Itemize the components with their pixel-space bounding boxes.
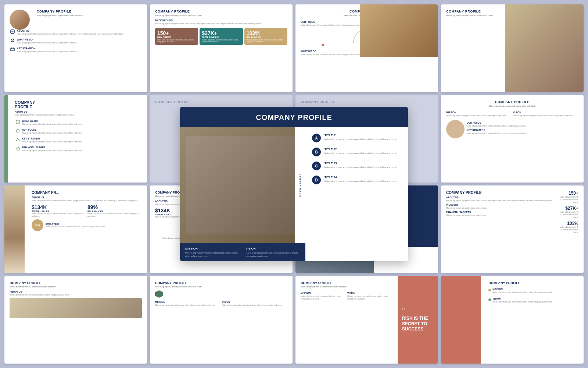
financial-r3c4: FINANCIAL TARGETS [446,211,556,213]
r4c3-left: COMPANY PROFILE Make a big impact with o… [295,276,398,364]
circle-imgs: OUR FOCUS Make a big impact with profess… [446,120,578,138]
about-text-r3c1: Make a big impact with professional slid… [32,199,142,202]
cv-item-c: C TITLE 03 Make a big impact with profes… [312,162,401,170]
svg-rect-0 [11,30,14,33]
dot-red [322,44,324,46]
r3c1-content: COMPANY PR... ABOUT US Make a big impact… [26,185,147,236]
cv-title-b: TITLE 02 [325,148,397,151]
svg-point-5 [12,41,12,41]
about-text-r2c1: Make a big impact with professional slid… [15,114,142,116]
about-text-r3c4: Make a big impact with professional slid… [446,199,556,202]
stat2-r3c1: 89% ROI ANALYSIS Make a big impact with … [87,204,142,217]
slide-title-r2c2: COMPANY PROFILE [155,100,287,104]
stat-card-2: $27K+ TOTAL REVENUE Make a big impact wi… [200,28,243,45]
stat2-desc: Make a big impact with professional slid… [87,212,142,217]
emp-circle: 150+ [32,219,43,231]
featured-title: COMPANY PROFILE [187,113,401,122]
photo-bg [10,10,30,30]
slide-title-r1c2: COMPANY PROFILE [155,10,287,13]
cv-item-a: A TITLE 01 Make a big impact with profes… [312,134,401,142]
arch-dots [301,44,433,46]
focus-r2c1: OUR FOCUS Make a big impact with profess… [15,127,142,134]
focus-desc-r2c1: Make a big impact with professional slid… [22,132,82,134]
vision-text-r4c3: Make a big impact with professional slid… [347,295,392,300]
mission-label: MISSION [185,247,240,250]
strategy-text-r2c1: KEY STRATEGY Make a big impact with prof… [22,136,82,143]
strategy-text: Make a big impact with professional slid… [17,50,77,53]
vision-r4c3: VISION Make a big impact with profession… [347,290,392,300]
mission-r4c3: MISSION Make a big impact with professio… [301,290,346,300]
featured-right: A TITLE 01 Make a big impact with profes… [305,127,408,261]
profile-photo-r1c1 [10,10,30,30]
mission-label-r4c2: MISSION [155,301,220,303]
strategy-icon-r2c1 [15,137,21,142]
quote-mark: " [402,308,434,315]
mission-mv: MISSION Make a big impact with our profe… [185,247,240,258]
r2c1-content: COMPANYPROFILE ABOUT US Make a big impac… [15,100,142,152]
mission-vision-bar: MISSION Make a big impact with our profe… [180,243,305,261]
what-icon-r2c1 [15,119,21,125]
mission-text: Make a big impact with our professional … [185,251,240,258]
what-text-block: WHAT WE DO Make a big impact with profes… [17,37,77,44]
slide-title-r1c4: COMPANY PROFILE [446,10,578,13]
r3c4-layout: COMPANY PROFILE ABOUT US Make a big impa… [446,191,578,234]
cv-item-b: B TITLE 02 Make a big impact with profes… [312,148,401,156]
what-text: Make a big impact with professional slid… [17,42,77,44]
slide-title-r2c4: COMPANY PROFILE [446,100,578,104]
vision-label: VISION [246,247,301,250]
r4c4-dot1 [488,289,491,291]
financial-desc-r2c1: Make a big impact with professional slid… [22,149,82,152]
partnership-block: PARTNERSHIP Make a big impact with profe… [368,49,433,56]
r3c4-stat3: 103% [558,221,578,226]
r4c1-subtitle: Make a big impact with our professional … [10,286,142,288]
focus-text-r2c4: Make a big impact with professional slid… [467,125,578,127]
team-photo-sim [180,127,305,243]
r4c4-mission-label: MISSION [492,288,552,290]
focus-label-r2c4: OUR FOCUS [467,121,578,124]
mission-text-r4c3: Make a big impact with professional slid… [301,295,346,300]
r4c4-title: COMPANY PROFILE [488,281,578,285]
cv-circle-a: A [312,134,321,142]
vision-mv: VISION Make a big impact with our profes… [246,247,301,258]
stat-card-1: 150+ NEW CLIENTS Make a big impact with … [155,28,198,45]
cv-title-d: TITLE 04 [325,176,397,179]
emp-num: 150+ [35,224,40,227]
r4c3-quote-block: " RISK IS THE SECRET TO SUCCESS [398,276,438,364]
cv-text-b: TITLE 02 Make a big impact with professi… [325,148,397,155]
about-r2c1: ABOUT US [15,110,142,113]
photo-inner [186,136,299,234]
financial-text-r3c4: Make a big impact with professional slid… [446,214,556,217]
hex-green [155,290,163,298]
slide-subtitle-r1c4: Make a big impact with our professional … [446,14,578,17]
hex-row [155,290,287,298]
stat-num-3: 103% [247,30,285,36]
vision-block-r2c4: VISION Make a big impact with profession… [513,110,578,117]
slide-subtitle-r2c4: Make a big impact with our professional … [446,105,578,107]
r4c4-vision-label: VISION [492,297,552,300]
cv-desc-c: Make a big impact with professional slid… [325,166,397,169]
what-r2c1: WHAT WE DO Make a big impact with profes… [15,118,142,125]
stats-row-r3c1: $134K ANNUAL SALES Make a big impact wit… [32,204,142,217]
r3c4-stat1: 150+ [558,191,578,196]
what-icon [10,38,15,43]
featured-image-zone: CORE VALUES [180,127,305,243]
focus-label-r2c1: OUR FOCUS [22,128,82,131]
strategy-block: KEY STRATEGY Make a big impact with prof… [368,19,433,26]
slide-r4c2: COMPANY PROFILE Make a big impact with o… [150,276,293,364]
r4c4-mission-row: MISSION Make a big impact with professio… [488,286,578,294]
r4c2-subtitle: Make a big impact with our professional … [155,286,287,288]
r4c1-photo [10,298,142,318]
about-label: ABOUT US [17,29,123,32]
stats-row: 150+ NEW CLIENTS Make a big impact with … [155,28,287,45]
featured-left: CORE VALUES MISSION Make a big impact wi… [180,127,305,261]
vision-text-r2c4: Make a big impact with professional slid… [513,114,578,117]
cv-circle-d: D [312,176,321,184]
cv-item-d: D TITLE 04 Make a big impact with profes… [312,176,401,184]
financial-icon-r2c1 [15,145,21,151]
r3c1-title: COMPANY PR... [32,191,142,195]
strategy-text-r1c3: Make a big impact with professional slid… [368,24,433,26]
mv-grid: MISSION Make a big impact with professio… [446,110,578,117]
cv-text-c: TITLE 03 Make a big impact with professi… [325,162,397,169]
slide-sections-r1c1: ABOUT US Make a big impact with professi… [10,28,142,53]
vision-text-r4c2: Make a big impact with professional slid… [222,304,287,307]
